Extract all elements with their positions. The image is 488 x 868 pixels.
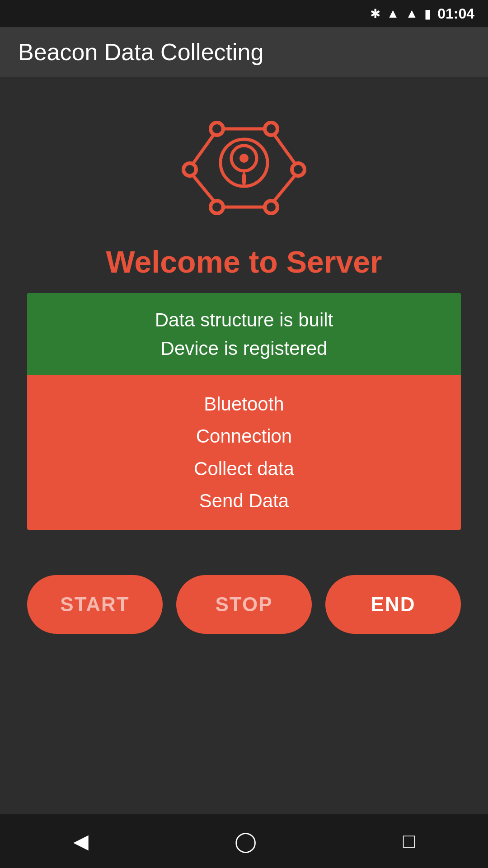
end-button[interactable]: END xyxy=(325,575,461,634)
start-button[interactable]: START xyxy=(27,575,163,634)
page-title: Beacon Data Collecting xyxy=(18,38,263,66)
bluetooth-icon: ✱ xyxy=(370,6,380,21)
svg-point-5 xyxy=(183,163,196,176)
svg-line-10 xyxy=(193,175,214,201)
status-bar: ✱ ▲ ▲ ▮ 01:04 xyxy=(0,0,488,27)
svg-point-3 xyxy=(265,201,277,213)
device-registered-label: Device is registered xyxy=(161,338,328,359)
data-structure-label: Data structure is built xyxy=(155,309,333,330)
status-icons: ✱ ▲ ▲ ▮ 01:04 xyxy=(370,5,474,22)
stop-button[interactable]: STOP xyxy=(176,575,312,634)
svg-line-11 xyxy=(193,135,214,164)
collect-data-label: Collect data xyxy=(194,458,294,479)
send-data-label: Send Data xyxy=(199,490,289,511)
nav-bar: ◀ ◯ □ xyxy=(0,814,488,868)
recents-icon[interactable]: □ xyxy=(403,830,415,852)
welcome-heading: Welcome to Server xyxy=(106,244,382,279)
status-red-section: Bluetooth Connection Collect data Send D… xyxy=(27,375,461,530)
bluetooth-label: Bluetooth xyxy=(204,393,284,415)
action-buttons: START STOP END xyxy=(27,575,461,634)
beacon-icon xyxy=(176,104,312,222)
svg-line-7 xyxy=(274,135,295,164)
clock: 01:04 xyxy=(437,5,474,22)
main-content: Welcome to Server Data structure is buil… xyxy=(0,77,488,814)
status-panel: Data structure is built Device is regist… xyxy=(27,293,461,530)
connection-label: Connection xyxy=(196,425,292,447)
svg-point-2 xyxy=(292,163,305,176)
wifi-icon: ▲ xyxy=(387,6,399,21)
status-green-text: Data structure is built Device is regist… xyxy=(36,306,452,363)
svg-line-8 xyxy=(274,175,295,201)
signal-icon: ▲ xyxy=(405,6,418,21)
svg-point-14 xyxy=(239,154,249,163)
back-icon[interactable]: ◀ xyxy=(73,830,89,853)
battery-icon: ▮ xyxy=(424,6,431,21)
app-bar: Beacon Data Collecting xyxy=(0,27,488,77)
status-red-text: Bluetooth Connection Collect data Send D… xyxy=(36,388,452,517)
svg-point-4 xyxy=(211,201,223,213)
svg-point-1 xyxy=(265,123,277,135)
svg-point-0 xyxy=(211,123,223,135)
status-green-section: Data structure is built Device is regist… xyxy=(27,293,461,375)
home-icon[interactable]: ◯ xyxy=(235,830,257,853)
